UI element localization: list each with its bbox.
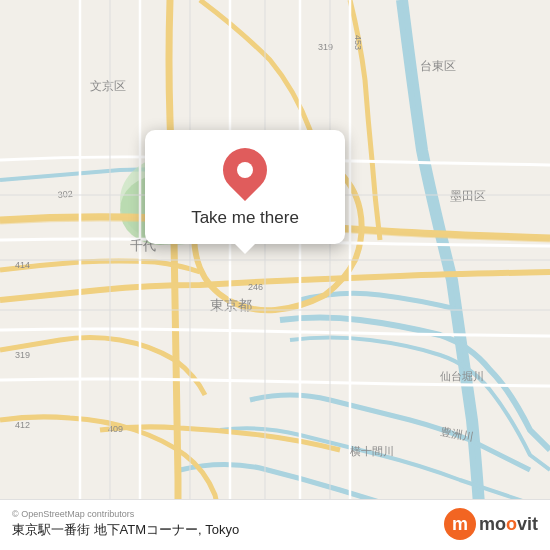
svg-text:台東区: 台東区 bbox=[420, 59, 456, 73]
svg-text:文京区: 文京区 bbox=[90, 79, 126, 93]
svg-text:453: 453 bbox=[353, 35, 363, 50]
map-background: 302 414 319 412 409 453 319 246 C1 文京区 台… bbox=[0, 0, 550, 550]
moovit-logo: m moovit bbox=[444, 508, 538, 540]
svg-text:横十間川: 横十間川 bbox=[350, 445, 394, 457]
location-pin bbox=[214, 139, 276, 201]
svg-text:墨田区: 墨田区 bbox=[450, 189, 486, 203]
svg-text:302: 302 bbox=[57, 189, 73, 200]
take-me-there-button[interactable]: Take me there bbox=[191, 206, 299, 230]
moovit-icon: m bbox=[444, 508, 476, 540]
location-name: 東京駅一番街 地下ATMコーナー, Tokyo bbox=[12, 521, 239, 539]
pin-inner bbox=[237, 162, 253, 178]
svg-text:246: 246 bbox=[248, 282, 263, 292]
bottom-bar: © OpenStreetMap contributors 東京駅一番街 地下AT… bbox=[0, 499, 550, 550]
svg-text:414: 414 bbox=[15, 260, 30, 270]
location-info: © OpenStreetMap contributors 東京駅一番街 地下AT… bbox=[12, 509, 239, 539]
popup-card: Take me there bbox=[145, 130, 345, 244]
map-attribution: © OpenStreetMap contributors bbox=[12, 509, 239, 519]
svg-text:319: 319 bbox=[318, 42, 333, 52]
svg-text:東京都: 東京都 bbox=[210, 297, 252, 313]
moovit-wordmark: moovit bbox=[479, 514, 538, 535]
svg-text:仙台堀川: 仙台堀川 bbox=[440, 370, 484, 382]
map-container: 302 414 319 412 409 453 319 246 C1 文京区 台… bbox=[0, 0, 550, 550]
svg-text:412: 412 bbox=[15, 420, 30, 430]
svg-text:319: 319 bbox=[15, 350, 30, 360]
